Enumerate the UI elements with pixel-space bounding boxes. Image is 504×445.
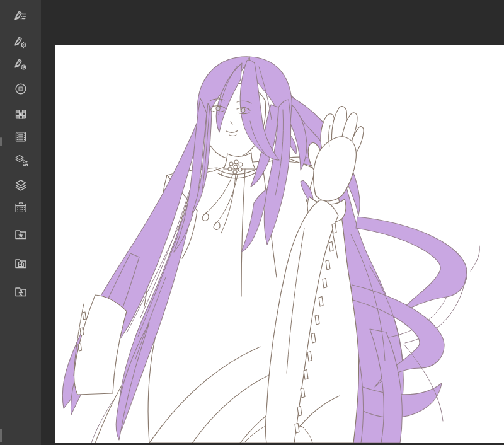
- sidebar-item-brush-size[interactable]: [0, 53, 41, 76]
- sidebar-item-material-buildings[interactable]: [0, 252, 41, 275]
- folder-star-icon: [13, 227, 28, 242]
- artwork-illustration: [55, 45, 504, 443]
- sidebar-item-color-set[interactable]: [0, 103, 41, 125]
- folder-building-icon: [13, 256, 28, 271]
- sidebar-item-color-slider[interactable]: [0, 125, 41, 148]
- color-wheel-icon: [13, 81, 28, 96]
- sidebar-item-layer-property[interactable]: [0, 149, 41, 172]
- sidebar-item-material-favorites[interactable]: [0, 223, 41, 246]
- folder-figure-icon: [13, 284, 28, 299]
- panel-grid-icon: [13, 200, 28, 215]
- sidebar-item-color-wheel[interactable]: [0, 78, 41, 100]
- sidebar-item-sub-tool[interactable]: [0, 5, 41, 28]
- sidebar-item-layers[interactable]: [0, 174, 41, 197]
- panel-splitter-grip[interactable]: [0, 137, 2, 146]
- pen-circle-icon: [13, 57, 28, 72]
- pen-list-icon: [13, 9, 28, 24]
- layers-icon: [13, 178, 28, 193]
- layers-status-icon: [13, 153, 28, 168]
- palette-dock-sidebar: [0, 0, 41, 445]
- sidebar-item-material-figures[interactable]: [0, 280, 41, 303]
- document-canvas[interactable]: [55, 45, 504, 443]
- pen-gear-icon: [13, 35, 28, 50]
- swatch-grid-icon: [13, 107, 28, 122]
- application-window: [0, 0, 504, 445]
- sidebar-item-item-grid[interactable]: [0, 196, 41, 219]
- left-sleeve-panel: [74, 295, 127, 395]
- filmstrip-icon: [13, 129, 28, 144]
- sidebar-item-tool-property[interactable]: [0, 31, 41, 54]
- panel-splitter-grip[interactable]: [0, 429, 2, 442]
